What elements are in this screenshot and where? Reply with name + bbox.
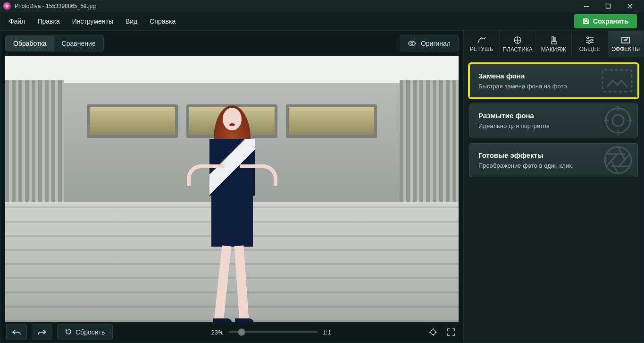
window-title: PhotoDiva - 1553398865_59.jpg bbox=[15, 3, 96, 9]
tab-makeup-label: МАКИЯЖ bbox=[541, 46, 566, 53]
app-window: PhotoDiva - 1553398865_59.jpg Файл Правк… bbox=[0, 0, 644, 343]
save-icon bbox=[583, 18, 589, 25]
menu-view[interactable]: Вид bbox=[120, 15, 143, 28]
svg-point-12 bbox=[588, 42, 590, 43]
svg-point-16 bbox=[612, 115, 624, 126]
workspace-bottombar: Сбросить 23% 1:1 bbox=[5, 322, 459, 343]
effects-icon bbox=[621, 36, 630, 44]
save-button[interactable]: Сохранить bbox=[574, 14, 637, 28]
tab-makeup[interactable]: МАКИЯЖ bbox=[535, 31, 571, 57]
eye-icon bbox=[408, 41, 416, 46]
tab-retouch[interactable]: РЕТУШЬ bbox=[464, 31, 499, 57]
menu-file[interactable]: Файл bbox=[3, 15, 31, 28]
makeup-icon bbox=[549, 35, 559, 45]
svg-rect-7 bbox=[552, 36, 553, 41]
maximize-button[interactable] bbox=[597, 0, 619, 12]
close-button[interactable] bbox=[619, 0, 641, 12]
card-replace-background[interactable]: Замена фона Быстрая замена фона на фото bbox=[469, 64, 638, 98]
menubar: Файл Правка Инструменты Вид Справка Сохр… bbox=[0, 12, 644, 31]
svg-point-10 bbox=[587, 37, 589, 39]
svg-point-5 bbox=[411, 43, 413, 44]
svg-rect-2 bbox=[606, 4, 611, 9]
minimize-button[interactable] bbox=[576, 0, 597, 12]
workspace: Обработка Сравнение Оригинал bbox=[0, 31, 463, 343]
reset-button[interactable]: Сбросить bbox=[57, 324, 113, 340]
card-blur-background[interactable]: Размытие фона Идеально для портретов bbox=[469, 103, 638, 137]
aperture-icon bbox=[602, 145, 634, 176]
save-label: Сохранить bbox=[593, 17, 628, 25]
svg-rect-9 bbox=[552, 42, 556, 44]
tab-general[interactable]: ОБЩЕЕ bbox=[571, 31, 607, 57]
show-original-label: Оригинал bbox=[421, 40, 451, 47]
svg-rect-3 bbox=[585, 18, 586, 20]
side-panel-tabs: РЕТУШЬ ПЛАСТИКА МАКИЯЖ ОБЩЕЕ ЭФФЕКТЫ bbox=[464, 31, 644, 57]
image-canvas[interactable] bbox=[5, 56, 459, 322]
fit-screen-button[interactable] bbox=[427, 324, 440, 340]
svg-point-0 bbox=[6, 5, 8, 8]
window-buttons bbox=[576, 0, 641, 12]
replace-bg-icon bbox=[601, 68, 634, 94]
zoom-controls: 23% 1:1 bbox=[117, 329, 422, 336]
titlebar: PhotoDiva - 1553398865_59.jpg bbox=[0, 0, 644, 12]
menu-edit[interactable]: Правка bbox=[32, 15, 65, 28]
side-panel: РЕТУШЬ ПЛАСТИКА МАКИЯЖ ОБЩЕЕ ЭФФЕКТЫ bbox=[463, 31, 644, 343]
svg-rect-4 bbox=[585, 21, 587, 23]
tab-general-label: ОБЩЕЕ bbox=[579, 46, 600, 52]
reset-label: Сбросить bbox=[75, 328, 105, 336]
tab-effects-label: ЭФФЕКТЫ bbox=[611, 46, 640, 52]
show-original-button[interactable]: Оригинал bbox=[400, 35, 459, 51]
tab-plastica-label: ПЛАСТИКА bbox=[502, 46, 532, 53]
app-icon bbox=[3, 2, 11, 10]
svg-point-11 bbox=[591, 39, 593, 41]
zoom-1to1-label[interactable]: 1:1 bbox=[323, 329, 335, 336]
menu-tools[interactable]: Инструменты bbox=[67, 15, 119, 28]
effects-panel-body: Замена фона Быстрая замена фона на фото … bbox=[464, 57, 644, 343]
blur-bg-icon bbox=[602, 105, 634, 136]
reset-icon bbox=[65, 328, 72, 336]
undo-button[interactable] bbox=[6, 324, 27, 340]
app-body: Обработка Сравнение Оригинал bbox=[0, 31, 644, 343]
workspace-topbar: Обработка Сравнение Оригинал bbox=[5, 35, 459, 51]
card-preset-effects[interactable]: Готовые эффекты Преображение фото в один… bbox=[469, 143, 638, 177]
fullscreen-button[interactable] bbox=[444, 324, 458, 340]
svg-point-15 bbox=[606, 108, 630, 133]
tab-compare[interactable]: Сравнение bbox=[54, 36, 103, 51]
svg-rect-8 bbox=[554, 38, 556, 41]
tab-retouch-label: РЕТУШЬ bbox=[470, 46, 493, 52]
sliders-icon bbox=[585, 36, 594, 44]
zoom-percent: 23% bbox=[205, 329, 224, 336]
svg-rect-1 bbox=[584, 6, 589, 7]
svg-rect-14 bbox=[602, 70, 632, 92]
tab-edit[interactable]: Обработка bbox=[6, 36, 54, 51]
bottom-right-icons bbox=[427, 324, 458, 340]
canvas-wrap bbox=[5, 56, 459, 322]
svg-point-17 bbox=[605, 147, 631, 173]
menu-help[interactable]: Справка bbox=[144, 15, 181, 28]
tab-effects[interactable]: ЭФФЕКТЫ bbox=[608, 31, 644, 57]
photo-content bbox=[5, 56, 459, 322]
plastica-icon bbox=[513, 35, 522, 45]
zoom-slider-knob[interactable] bbox=[238, 329, 245, 335]
redo-button[interactable] bbox=[32, 324, 52, 340]
retouch-icon bbox=[477, 36, 487, 44]
zoom-slider[interactable] bbox=[228, 331, 318, 333]
view-mode-segment: Обработка Сравнение bbox=[5, 35, 104, 51]
tab-plastica[interactable]: ПЛАСТИКА bbox=[499, 31, 535, 57]
